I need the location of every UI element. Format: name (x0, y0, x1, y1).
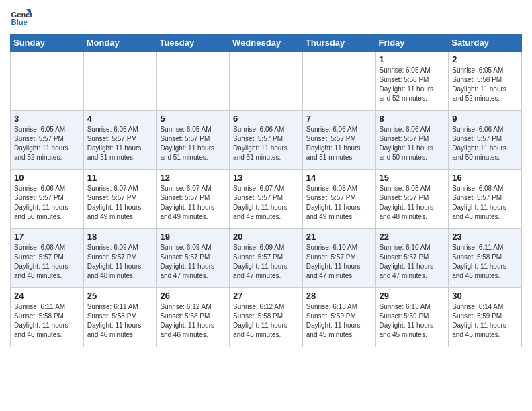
calendar-cell: 7Sunrise: 6:06 AM Sunset: 5:57 PM Daylig… (302, 111, 375, 170)
calendar-cell: 16Sunrise: 6:08 AM Sunset: 5:57 PM Dayli… (449, 170, 522, 229)
header: General Blue (10, 7, 522, 28)
weekday-header-tuesday: Tuesday (157, 34, 230, 52)
day-info: Sunrise: 6:08 AM Sunset: 5:57 PM Dayligh… (306, 184, 372, 222)
day-info: Sunrise: 6:06 AM Sunset: 5:57 PM Dayligh… (14, 184, 80, 222)
calendar-cell (230, 52, 303, 111)
day-info: Sunrise: 6:05 AM Sunset: 5:57 PM Dayligh… (160, 125, 226, 163)
day-info: Sunrise: 6:06 AM Sunset: 5:57 PM Dayligh… (452, 125, 518, 163)
calendar-cell: 2Sunrise: 6:05 AM Sunset: 5:58 PM Daylig… (449, 52, 522, 111)
calendar-cell: 15Sunrise: 6:08 AM Sunset: 5:57 PM Dayli… (375, 170, 449, 229)
day-number: 10 (14, 173, 80, 183)
calendar-cell (302, 52, 375, 111)
day-info: Sunrise: 6:05 AM Sunset: 5:57 PM Dayligh… (14, 125, 80, 163)
calendar-cell: 24Sunrise: 6:11 AM Sunset: 5:58 PM Dayli… (11, 288, 84, 347)
day-number: 11 (87, 173, 153, 183)
day-number: 15 (380, 173, 445, 183)
calendar-cell: 22Sunrise: 6:10 AM Sunset: 5:57 PM Dayli… (375, 229, 449, 288)
calendar-cell: 6Sunrise: 6:06 AM Sunset: 5:57 PM Daylig… (230, 111, 303, 170)
calendar-cell: 26Sunrise: 6:12 AM Sunset: 5:58 PM Dayli… (157, 288, 230, 347)
calendar-cell: 30Sunrise: 6:14 AM Sunset: 5:59 PM Dayli… (449, 288, 522, 347)
calendar-cell: 12Sunrise: 6:07 AM Sunset: 5:57 PM Dayli… (157, 170, 230, 229)
day-info: Sunrise: 6:06 AM Sunset: 5:57 PM Dayligh… (306, 125, 372, 163)
calendar-cell: 14Sunrise: 6:08 AM Sunset: 5:57 PM Dayli… (302, 170, 375, 229)
calendar-cell (157, 52, 230, 111)
weekday-header-saturday: Saturday (449, 34, 522, 52)
day-number: 1 (380, 54, 445, 64)
calendar-cell (11, 52, 84, 111)
day-info: Sunrise: 6:07 AM Sunset: 5:57 PM Dayligh… (87, 184, 153, 222)
calendar-cell: 20Sunrise: 6:09 AM Sunset: 5:57 PM Dayli… (230, 229, 303, 288)
logo-icon: General Blue (10, 7, 32, 28)
calendar-cell: 3Sunrise: 6:05 AM Sunset: 5:57 PM Daylig… (11, 111, 84, 170)
calendar-cell: 10Sunrise: 6:06 AM Sunset: 5:57 PM Dayli… (11, 170, 84, 229)
day-info: Sunrise: 6:06 AM Sunset: 5:57 PM Dayligh… (380, 125, 445, 163)
calendar-cell: 9Sunrise: 6:06 AM Sunset: 5:57 PM Daylig… (449, 111, 522, 170)
day-number: 28 (306, 291, 372, 301)
weekday-header-thursday: Thursday (302, 34, 375, 52)
day-number: 12 (160, 173, 226, 183)
weekday-header-monday: Monday (83, 34, 157, 52)
calendar-cell: 13Sunrise: 6:07 AM Sunset: 5:57 PM Dayli… (230, 170, 303, 229)
calendar-body: 1Sunrise: 6:05 AM Sunset: 5:58 PM Daylig… (11, 52, 522, 347)
calendar-week-4: 17Sunrise: 6:08 AM Sunset: 5:57 PM Dayli… (11, 229, 522, 288)
day-info: Sunrise: 6:13 AM Sunset: 5:59 PM Dayligh… (306, 302, 372, 340)
page: General Blue SundayMondayTuesdayWednesda… (0, 0, 532, 357)
day-number: 8 (380, 113, 445, 124)
day-info: Sunrise: 6:10 AM Sunset: 5:57 PM Dayligh… (380, 243, 445, 281)
day-number: 27 (233, 291, 299, 301)
day-number: 25 (87, 291, 153, 301)
day-info: Sunrise: 6:11 AM Sunset: 5:58 PM Dayligh… (452, 243, 518, 281)
day-info: Sunrise: 6:05 AM Sunset: 5:58 PM Dayligh… (452, 66, 518, 103)
day-info: Sunrise: 6:10 AM Sunset: 5:57 PM Dayligh… (306, 243, 372, 281)
day-info: Sunrise: 6:08 AM Sunset: 5:57 PM Dayligh… (14, 243, 80, 281)
day-info: Sunrise: 6:06 AM Sunset: 5:57 PM Dayligh… (233, 125, 299, 163)
calendar-week-5: 24Sunrise: 6:11 AM Sunset: 5:58 PM Dayli… (11, 288, 522, 347)
day-info: Sunrise: 6:12 AM Sunset: 5:58 PM Dayligh… (233, 302, 299, 340)
calendar-cell: 23Sunrise: 6:11 AM Sunset: 5:58 PM Dayli… (449, 229, 522, 288)
day-number: 14 (306, 173, 372, 183)
weekday-header-friday: Friday (375, 34, 449, 52)
calendar-cell (83, 52, 157, 111)
calendar-week-3: 10Sunrise: 6:06 AM Sunset: 5:57 PM Dayli… (11, 170, 522, 229)
calendar-cell: 27Sunrise: 6:12 AM Sunset: 5:58 PM Dayli… (230, 288, 303, 347)
day-number: 2 (452, 54, 518, 64)
logo: General Blue (10, 7, 33, 28)
day-info: Sunrise: 6:09 AM Sunset: 5:57 PM Dayligh… (87, 243, 153, 281)
calendar-cell: 25Sunrise: 6:11 AM Sunset: 5:58 PM Dayli… (83, 288, 157, 347)
day-info: Sunrise: 6:13 AM Sunset: 5:59 PM Dayligh… (380, 302, 445, 340)
calendar-cell: 11Sunrise: 6:07 AM Sunset: 5:57 PM Dayli… (83, 170, 157, 229)
day-number: 6 (233, 113, 299, 124)
header-row: SundayMondayTuesdayWednesdayThursdayFrid… (11, 34, 522, 52)
calendar-week-2: 3Sunrise: 6:05 AM Sunset: 5:57 PM Daylig… (11, 111, 522, 170)
calendar-cell: 21Sunrise: 6:10 AM Sunset: 5:57 PM Dayli… (302, 229, 375, 288)
day-info: Sunrise: 6:07 AM Sunset: 5:57 PM Dayligh… (160, 184, 226, 222)
day-number: 4 (87, 113, 153, 124)
calendar-cell: 29Sunrise: 6:13 AM Sunset: 5:59 PM Dayli… (375, 288, 449, 347)
day-number: 3 (14, 113, 80, 124)
day-number: 7 (306, 113, 372, 124)
day-number: 19 (160, 232, 226, 242)
calendar-table: SundayMondayTuesdayWednesdayThursdayFrid… (10, 34, 522, 347)
calendar-week-1: 1Sunrise: 6:05 AM Sunset: 5:58 PM Daylig… (11, 52, 522, 111)
day-number: 23 (452, 232, 518, 242)
day-number: 29 (380, 291, 445, 301)
day-info: Sunrise: 6:14 AM Sunset: 5:59 PM Dayligh… (452, 302, 518, 340)
calendar-cell: 5Sunrise: 6:05 AM Sunset: 5:57 PM Daylig… (157, 111, 230, 170)
calendar-cell: 19Sunrise: 6:09 AM Sunset: 5:57 PM Dayli… (157, 229, 230, 288)
calendar-cell: 17Sunrise: 6:08 AM Sunset: 5:57 PM Dayli… (11, 229, 84, 288)
day-info: Sunrise: 6:09 AM Sunset: 5:57 PM Dayligh… (233, 243, 299, 281)
day-info: Sunrise: 6:09 AM Sunset: 5:57 PM Dayligh… (160, 243, 226, 281)
day-number: 17 (14, 232, 80, 242)
day-number: 9 (452, 113, 518, 124)
weekday-header-sunday: Sunday (11, 34, 84, 52)
day-number: 30 (452, 291, 518, 301)
calendar-cell: 8Sunrise: 6:06 AM Sunset: 5:57 PM Daylig… (375, 111, 449, 170)
day-number: 22 (380, 232, 445, 242)
day-number: 18 (87, 232, 153, 242)
day-number: 5 (160, 113, 226, 124)
day-info: Sunrise: 6:08 AM Sunset: 5:57 PM Dayligh… (380, 184, 445, 222)
day-number: 21 (306, 232, 372, 242)
day-info: Sunrise: 6:11 AM Sunset: 5:58 PM Dayligh… (87, 302, 153, 340)
day-number: 13 (233, 173, 299, 183)
calendar-cell: 18Sunrise: 6:09 AM Sunset: 5:57 PM Dayli… (83, 229, 157, 288)
